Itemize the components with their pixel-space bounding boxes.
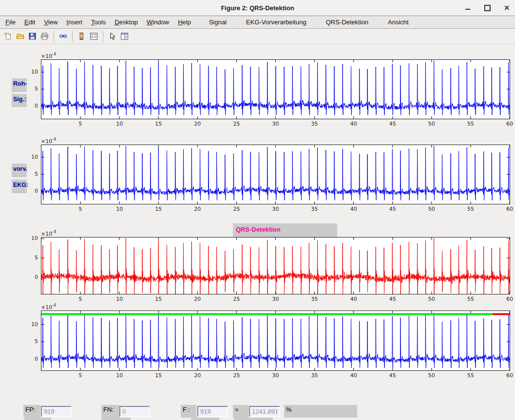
roh-signal-x-tick-label: 25: [229, 121, 243, 127]
equals-label-stub: [234, 418, 273, 420]
open-file-icon[interactable]: [14, 30, 26, 42]
equals-label: =: [233, 405, 248, 418]
figure-window: Figure 2: QRS-Detektion ✕ FileEditViewIn…: [0, 0, 515, 420]
qrs-detektion-filtered-y-tick-label: 0: [25, 274, 38, 280]
roh-signal-x-tick-label: 60: [503, 121, 515, 127]
qrs-detektion-filtered-x-tick-label: 5: [74, 296, 87, 302]
menu-ansicht[interactable]: Ansicht: [382, 18, 415, 26]
f-input[interactable]: [197, 406, 228, 417]
menu-ekg-vorverarbeitung[interactable]: EKG-Vorverarbeitung: [240, 18, 312, 26]
qrs-detektion-filtered-waveform: [41, 238, 510, 294]
qrs-detektion-filtered-x-tick-label: 10: [113, 296, 126, 302]
fp-input[interactable]: [41, 406, 72, 417]
f-label: F :: [181, 405, 196, 418]
qrs-detektion-filtered-x-tick-label: 55: [464, 296, 477, 302]
menu-edit[interactable]: Edit: [20, 18, 39, 26]
menubar: FileEditViewInsertToolsDesktopWindowHelp…: [0, 16, 515, 29]
fn-input[interactable]: [119, 406, 150, 417]
roh-signal-y-tick-label: 5: [25, 86, 38, 92]
vorv-ekg-x-tick-label: 20: [191, 206, 204, 212]
qrs-detektion-filtered-x-tick-label: 40: [347, 296, 361, 302]
detektion-overlay-x-tick-label: 15: [152, 372, 165, 379]
qrs-detektion-filtered-x-tick-label: 20: [191, 296, 204, 302]
detektion-overlay-y-tick-label: 5: [25, 338, 38, 345]
window-title: Figure 2: QRS-Detektion: [0, 4, 515, 12]
toolbar-separator: [72, 31, 73, 42]
new-figure-icon[interactable]: [2, 30, 14, 42]
vorv-ekg-x-tick-label: 25: [229, 206, 243, 212]
edit-plot-icon[interactable]: [106, 30, 118, 42]
roh-signal-x-tick-label: 50: [425, 121, 439, 127]
qrs-detektion-filtered-x-tick-label: 45: [386, 296, 400, 302]
qrs-detektion-filtered-y-tick-label: 10: [25, 235, 38, 241]
insert-legend-icon[interactable]: [88, 30, 100, 42]
minimize-button[interactable]: [464, 4, 471, 11]
qrs-detektion-filtered-x-tick-label: 35: [308, 296, 322, 302]
detektion-overlay-y-scale-label: ×10-4: [41, 303, 56, 310]
detektion-overlay-x-tick-label: 10: [113, 372, 126, 379]
qrs-detektion-filtered-x-tick-label: 60: [503, 296, 515, 302]
save-figure-icon[interactable]: [26, 30, 38, 42]
link-plot-icon[interactable]: [57, 30, 69, 42]
detektion-overlay-x-tick-label: 35: [308, 372, 322, 379]
maximize-icon: [484, 5, 491, 11]
vorv-ekg-waveform: [41, 146, 510, 201]
toolbar: [0, 29, 515, 44]
menu-file[interactable]: File: [1, 18, 20, 26]
detektion-overlay-x-tick-label: 60: [503, 372, 515, 379]
close-button[interactable]: ✕: [503, 4, 510, 11]
vorv-ekg-x-tick-label: 15: [152, 206, 165, 212]
detektion-overlay-x-tick-label: 30: [269, 372, 283, 379]
detektion-overlay-x-tick-label: 20: [191, 372, 204, 379]
menu-insert[interactable]: Insert: [62, 18, 87, 26]
vorv-ekg-x-tick-label: 10: [113, 206, 126, 212]
window-controls: ✕: [464, 0, 510, 16]
raw-signal-label-line1: Roh-: [12, 78, 27, 92]
roh-signal-x-tick-label: 55: [464, 121, 477, 127]
roh-signal-x-tick-label: 40: [347, 121, 361, 127]
qrs-detektion-filtered-x-tick-label: 50: [425, 296, 439, 302]
insert-colorbar-icon[interactable]: [76, 30, 88, 42]
detektion-overlay-x-tick-label: 55: [464, 372, 477, 379]
detektion-overlay-y-tick-label: 10: [25, 321, 38, 328]
detektion-overlay-x-tick-label: 50: [425, 372, 439, 379]
percent-label: %: [284, 405, 357, 418]
vorv-ekg-x-tick-label: 60: [503, 206, 515, 212]
vorv-ekg-x-tick-label: 40: [347, 206, 361, 212]
menu-help[interactable]: Help: [173, 18, 195, 26]
roh-signal-x-tick-label: 20: [191, 121, 204, 127]
qrs-detektion-filtered-plot: [41, 237, 510, 294]
f-label-stub: [191, 418, 219, 420]
maximize-button[interactable]: [484, 4, 491, 11]
vorv-ekg-plot: [41, 145, 510, 204]
detektion-overlay-x-tick-label: 25: [229, 372, 243, 379]
menu-qrs-detektion[interactable]: QRS-Detektion: [320, 18, 374, 26]
percent-input[interactable]: [249, 406, 280, 417]
vorv-ekg-x-tick-label: 50: [425, 206, 439, 212]
detektion-overlay-x-tick-label: 45: [386, 372, 400, 379]
vorv-ekg-y-tick-label: 5: [25, 171, 38, 177]
property-inspector-icon[interactable]: [118, 30, 131, 42]
vorv-ekg-x-tick-label: 45: [386, 206, 400, 212]
fn-label-stub: [101, 418, 131, 420]
menu-tools[interactable]: Tools: [87, 18, 110, 26]
roh-signal-x-tick-label: 10: [113, 121, 126, 127]
menu-signal[interactable]: Signal: [203, 18, 232, 26]
qrs-detektion-filtered-x-tick-label: 25: [229, 296, 243, 302]
roh-signal-y-scale-label: ×10-4: [41, 52, 56, 59]
vorv-ekg-x-tick-label: 5: [74, 206, 87, 212]
qrs-detektion-filtered-x-tick-label: 15: [152, 296, 165, 302]
detektion-overlay-y-tick-label: 0: [25, 356, 38, 362]
vorv-ekg-x-tick-label: 55: [464, 206, 477, 212]
preprocessed-ekg-label-line2: EKG:: [12, 180, 27, 193]
menu-desktop[interactable]: Desktop: [110, 18, 142, 26]
qrs-detektion-filtered-y-scale-label: ×10-4: [41, 230, 56, 237]
vorv-ekg-y-scale-label: ×10-4: [41, 137, 56, 145]
titlebar: Figure 2: QRS-Detektion ✕: [0, 0, 515, 16]
menu-view[interactable]: View: [39, 18, 62, 26]
detektion-overlay-x-tick-label: 5: [74, 372, 87, 379]
menu-window[interactable]: Window: [142, 18, 173, 26]
roh-signal-x-tick-label: 5: [74, 121, 87, 127]
print-figure-icon[interactable]: [38, 30, 51, 42]
fn-label: FN:: [101, 405, 119, 418]
